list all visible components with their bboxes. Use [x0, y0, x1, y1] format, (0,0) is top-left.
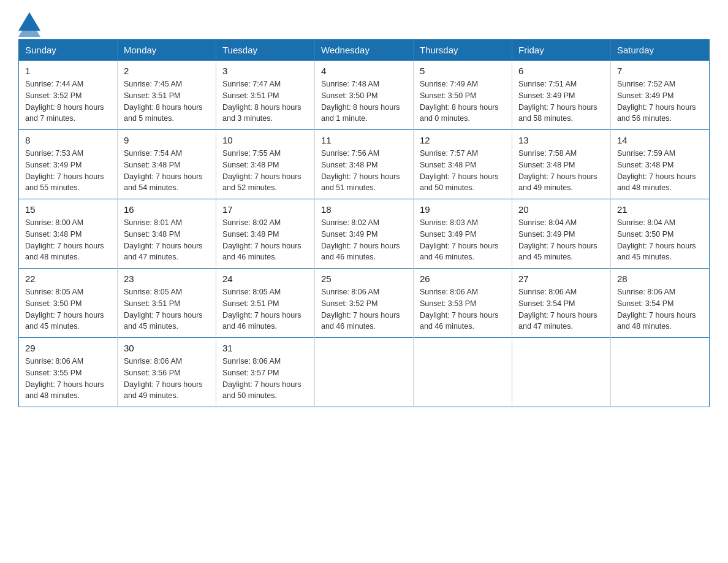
day-info: Sunrise: 8:06 AMSunset: 3:54 PMDaylight:… — [518, 286, 604, 332]
day-number: 4 — [321, 66, 407, 76]
calendar-day-cell: 5 Sunrise: 7:49 AMSunset: 3:50 PMDayligh… — [414, 61, 512, 130]
calendar-day-cell: 24 Sunrise: 8:05 AMSunset: 3:51 PMDaylig… — [216, 269, 315, 338]
day-number: 24 — [222, 274, 308, 284]
day-info: Sunrise: 7:59 AMSunset: 3:48 PMDaylight:… — [617, 148, 703, 194]
day-number: 25 — [321, 274, 407, 284]
day-info: Sunrise: 7:51 AMSunset: 3:49 PMDaylight:… — [518, 79, 604, 124]
calendar-day-cell — [512, 338, 611, 407]
calendar-week-row: 22 Sunrise: 8:05 AMSunset: 3:50 PMDaylig… — [19, 269, 710, 338]
day-info: Sunrise: 8:06 AMSunset: 3:53 PMDaylight:… — [420, 286, 506, 332]
calendar-day-cell: 2 Sunrise: 7:45 AMSunset: 3:51 PMDayligh… — [118, 61, 216, 130]
day-info: Sunrise: 7:57 AMSunset: 3:48 PMDaylight:… — [420, 148, 506, 194]
calendar-day-cell: 16 Sunrise: 8:01 AMSunset: 3:48 PMDaylig… — [118, 199, 216, 269]
day-number: 10 — [222, 135, 308, 145]
day-number: 21 — [617, 204, 703, 215]
calendar-day-cell: 3 Sunrise: 7:47 AMSunset: 3:51 PMDayligh… — [216, 61, 315, 130]
calendar-day-cell: 4 Sunrise: 7:48 AMSunset: 3:50 PMDayligh… — [315, 61, 414, 130]
day-number: 30 — [124, 343, 210, 353]
calendar-day-cell: 17 Sunrise: 8:02 AMSunset: 3:48 PMDaylig… — [216, 199, 315, 269]
calendar-day-cell: 19 Sunrise: 8:03 AMSunset: 3:49 PMDaylig… — [414, 199, 512, 269]
calendar-day-cell: 29 Sunrise: 8:06 AMSunset: 3:55 PMDaylig… — [19, 338, 118, 407]
day-number: 20 — [518, 204, 604, 215]
day-number: 14 — [617, 135, 703, 145]
day-number: 27 — [518, 274, 604, 284]
day-info: Sunrise: 8:01 AMSunset: 3:48 PMDaylight:… — [124, 217, 210, 263]
calendar-day-cell: 10 Sunrise: 7:55 AMSunset: 3:48 PMDaylig… — [216, 130, 315, 199]
day-number: 22 — [25, 274, 111, 284]
day-number: 8 — [25, 135, 111, 145]
day-info: Sunrise: 7:55 AMSunset: 3:48 PMDaylight:… — [222, 148, 308, 194]
day-of-week-header: Sunday — [19, 40, 118, 61]
calendar-header-row: SundayMondayTuesdayWednesdayThursdayFrid… — [19, 40, 710, 61]
day-info: Sunrise: 8:06 AMSunset: 3:52 PMDaylight:… — [321, 286, 407, 332]
day-info: Sunrise: 7:58 AMSunset: 3:48 PMDaylight:… — [518, 148, 604, 194]
calendar-day-cell: 1 Sunrise: 7:44 AMSunset: 3:52 PMDayligh… — [19, 61, 118, 130]
calendar-day-cell: 31 Sunrise: 8:06 AMSunset: 3:57 PMDaylig… — [216, 338, 315, 407]
day-number: 7 — [617, 66, 703, 76]
day-number: 12 — [420, 135, 506, 145]
day-info: Sunrise: 7:56 AMSunset: 3:48 PMDaylight:… — [321, 148, 407, 194]
calendar-day-cell: 25 Sunrise: 8:06 AMSunset: 3:52 PMDaylig… — [315, 269, 414, 338]
day-number: 17 — [222, 204, 308, 215]
day-of-week-header: Wednesday — [315, 40, 414, 61]
calendar-day-cell: 15 Sunrise: 8:00 AMSunset: 3:48 PMDaylig… — [19, 199, 118, 269]
day-of-week-header: Monday — [118, 40, 216, 61]
day-number: 9 — [124, 135, 210, 145]
day-number: 18 — [321, 204, 407, 215]
day-number: 1 — [25, 66, 111, 76]
calendar-day-cell: 14 Sunrise: 7:59 AMSunset: 3:48 PMDaylig… — [611, 130, 710, 199]
day-of-week-header: Saturday — [611, 40, 710, 61]
day-info: Sunrise: 7:49 AMSunset: 3:50 PMDaylight:… — [420, 79, 506, 124]
calendar-day-cell: 27 Sunrise: 8:06 AMSunset: 3:54 PMDaylig… — [512, 269, 611, 338]
calendar-day-cell: 7 Sunrise: 7:52 AMSunset: 3:49 PMDayligh… — [611, 61, 710, 130]
calendar-day-cell: 20 Sunrise: 8:04 AMSunset: 3:49 PMDaylig… — [512, 199, 611, 269]
day-info: Sunrise: 8:06 AMSunset: 3:54 PMDaylight:… — [617, 286, 703, 332]
day-info: Sunrise: 8:05 AMSunset: 3:51 PMDaylight:… — [222, 286, 308, 332]
day-number: 31 — [222, 343, 308, 353]
day-info: Sunrise: 8:02 AMSunset: 3:49 PMDaylight:… — [321, 217, 407, 263]
day-number: 19 — [420, 204, 506, 215]
calendar-week-row: 15 Sunrise: 8:00 AMSunset: 3:48 PMDaylig… — [19, 199, 710, 269]
day-of-week-header: Friday — [512, 40, 611, 61]
logo-icon — [18, 12, 36, 29]
calendar-day-cell: 30 Sunrise: 8:06 AMSunset: 3:56 PMDaylig… — [118, 338, 216, 407]
calendar-day-cell: 23 Sunrise: 8:05 AMSunset: 3:51 PMDaylig… — [118, 269, 216, 338]
logo — [18, 12, 38, 29]
day-of-week-header: Thursday — [414, 40, 512, 61]
day-number: 15 — [25, 204, 111, 215]
calendar-day-cell — [414, 338, 512, 407]
day-info: Sunrise: 7:52 AMSunset: 3:49 PMDaylight:… — [617, 79, 703, 124]
calendar-day-cell: 11 Sunrise: 7:56 AMSunset: 3:48 PMDaylig… — [315, 130, 414, 199]
day-number: 5 — [420, 66, 506, 76]
day-info: Sunrise: 7:53 AMSunset: 3:49 PMDaylight:… — [25, 148, 111, 194]
calendar-week-row: 8 Sunrise: 7:53 AMSunset: 3:49 PMDayligh… — [19, 130, 710, 199]
calendar-week-row: 1 Sunrise: 7:44 AMSunset: 3:52 PMDayligh… — [19, 61, 710, 130]
calendar-day-cell: 9 Sunrise: 7:54 AMSunset: 3:48 PMDayligh… — [118, 130, 216, 199]
day-info: Sunrise: 7:54 AMSunset: 3:48 PMDaylight:… — [124, 148, 210, 194]
calendar-day-cell: 12 Sunrise: 7:57 AMSunset: 3:48 PMDaylig… — [414, 130, 512, 199]
calendar-day-cell — [315, 338, 414, 407]
day-number: 6 — [518, 66, 604, 76]
calendar-day-cell — [611, 338, 710, 407]
day-number: 13 — [518, 135, 604, 145]
day-info: Sunrise: 8:06 AMSunset: 3:57 PMDaylight:… — [222, 356, 308, 402]
day-number: 23 — [124, 274, 210, 284]
day-number: 28 — [617, 274, 703, 284]
day-info: Sunrise: 8:04 AMSunset: 3:49 PMDaylight:… — [518, 217, 604, 263]
calendar-day-cell: 6 Sunrise: 7:51 AMSunset: 3:49 PMDayligh… — [512, 61, 611, 130]
calendar-day-cell: 21 Sunrise: 8:04 AMSunset: 3:50 PMDaylig… — [611, 199, 710, 269]
calendar-day-cell: 28 Sunrise: 8:06 AMSunset: 3:54 PMDaylig… — [611, 269, 710, 338]
day-of-week-header: Tuesday — [216, 40, 315, 61]
day-info: Sunrise: 8:02 AMSunset: 3:48 PMDaylight:… — [222, 217, 308, 263]
day-info: Sunrise: 8:05 AMSunset: 3:51 PMDaylight:… — [124, 286, 210, 332]
day-info: Sunrise: 7:47 AMSunset: 3:51 PMDaylight:… — [222, 79, 308, 124]
calendar-day-cell: 18 Sunrise: 8:02 AMSunset: 3:49 PMDaylig… — [315, 199, 414, 269]
day-info: Sunrise: 8:04 AMSunset: 3:50 PMDaylight:… — [617, 217, 703, 263]
day-info: Sunrise: 8:03 AMSunset: 3:49 PMDaylight:… — [420, 217, 506, 263]
day-info: Sunrise: 8:06 AMSunset: 3:56 PMDaylight:… — [124, 356, 210, 402]
calendar-day-cell: 13 Sunrise: 7:58 AMSunset: 3:48 PMDaylig… — [512, 130, 611, 199]
day-number: 2 — [124, 66, 210, 76]
day-info: Sunrise: 8:00 AMSunset: 3:48 PMDaylight:… — [25, 217, 111, 263]
day-info: Sunrise: 7:45 AMSunset: 3:51 PMDaylight:… — [124, 79, 210, 124]
day-number: 11 — [321, 135, 407, 145]
